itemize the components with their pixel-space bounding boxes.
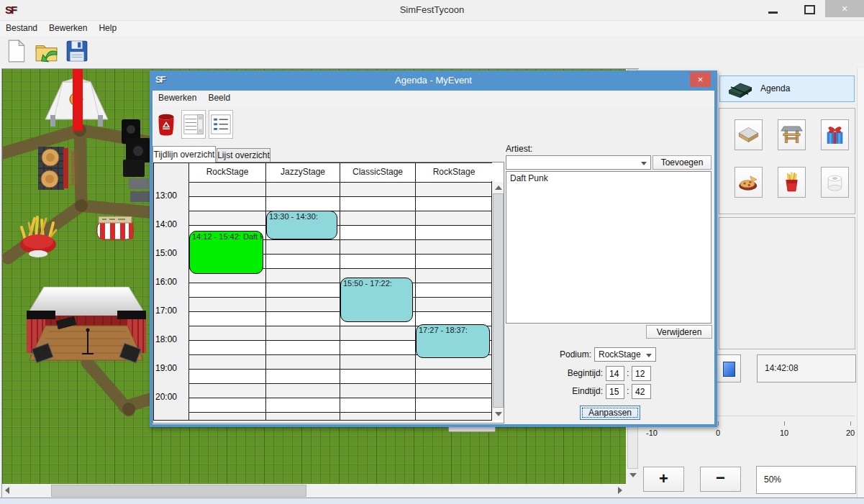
map-horizontal-scrollbar[interactable] xyxy=(2,484,626,498)
open-folder-icon[interactable] xyxy=(35,38,60,65)
toilet-roll-icon xyxy=(824,187,846,197)
build-items-panel xyxy=(719,108,855,214)
item-button-road-tile[interactable] xyxy=(735,119,763,150)
info-panel xyxy=(719,217,855,349)
agenda-button[interactable]: Agenda xyxy=(719,75,855,102)
road-tile-icon xyxy=(737,139,760,150)
apply-button[interactable]: Aanpassen xyxy=(580,406,640,420)
column-header-jazzystage: JazzyStage xyxy=(266,163,340,181)
grid-row xyxy=(188,412,492,420)
map-horizontal-scrollbar-thumb[interactable] xyxy=(51,485,306,497)
grid-line xyxy=(188,398,492,398)
grid-line xyxy=(188,182,492,183)
dialog-menubar: BewerkenBeeld xyxy=(153,91,714,107)
timeline-grid[interactable]: RockStageJazzyStageClassicStageRockStage… xyxy=(153,162,504,423)
barbecue-stand[interactable] xyxy=(34,147,78,191)
column-header-classicstage: ClassicStage xyxy=(340,163,415,181)
dialog-close-button[interactable]: × xyxy=(690,72,711,87)
end-minute-field[interactable] xyxy=(632,384,651,399)
event-label: 17:27 - 18:37: xyxy=(417,325,489,335)
minimize-button[interactable] xyxy=(768,12,778,14)
bullet-list-icon[interactable] xyxy=(209,110,233,139)
podium-label: Podium: xyxy=(534,349,591,359)
menu-item-bewerken[interactable]: Bewerken xyxy=(43,21,93,35)
dialog-menu-item-bewerken[interactable]: Bewerken xyxy=(153,91,202,105)
schedule-event[interactable]: 13:30 - 14:30: xyxy=(266,211,337,239)
main-stage[interactable] xyxy=(27,287,146,370)
scroll-down-icon[interactable] xyxy=(629,473,637,477)
new-document-icon[interactable] xyxy=(4,38,30,65)
agenda-dialog: Agenda - MyEvent SF × BewerkenBeeld xyxy=(150,70,717,427)
item-button-fries[interactable] xyxy=(778,167,806,198)
artist-combobox[interactable] xyxy=(506,155,651,170)
fries-icon xyxy=(781,187,803,197)
artist-listbox[interactable]: Daft Punk xyxy=(506,171,711,324)
dialog-titlebar[interactable]: Agenda - MyEvent xyxy=(150,70,717,91)
artist-list-item[interactable]: Daft Punk xyxy=(506,172,711,185)
item-button-toilet-roll[interactable] xyxy=(821,167,849,198)
scroll-right-icon[interactable] xyxy=(618,487,622,494)
time-label: 19:00 xyxy=(155,363,187,373)
pause-button[interactable] xyxy=(717,354,741,382)
app-logo-icon: SF xyxy=(5,4,16,16)
main-toolbar xyxy=(0,36,864,68)
grid-line xyxy=(188,225,492,226)
schedule-event[interactable]: 17:27 - 18:37: xyxy=(416,324,490,358)
schedule-event[interactable]: 15:50 - 17:22: xyxy=(340,278,413,321)
tab-list-overview[interactable]: Lijst overzicht xyxy=(217,148,270,162)
event-label: 15:50 - 17:22: xyxy=(341,278,412,288)
window-title: SimFestTycoon xyxy=(0,0,864,20)
slider-tick xyxy=(784,421,785,426)
scroll-down-icon[interactable] xyxy=(495,412,502,416)
begin-minute-field[interactable] xyxy=(632,366,651,381)
zoom-in-button[interactable]: + xyxy=(643,467,684,492)
speaker-stack[interactable] xyxy=(120,119,152,204)
end-hour-field[interactable] xyxy=(606,384,624,399)
zoom-level-field[interactable]: 50% xyxy=(756,466,856,494)
grid-border xyxy=(153,420,492,421)
time-label: 15:00 xyxy=(155,248,187,258)
item-button-gate[interactable] xyxy=(778,119,806,150)
maximize-button[interactable] xyxy=(804,5,815,14)
time-separator: : xyxy=(627,368,629,378)
dialog-menu-item-beeld[interactable]: Beeld xyxy=(202,91,236,105)
fries-stand[interactable] xyxy=(19,214,59,260)
zoom-out-button[interactable]: − xyxy=(700,467,741,492)
chevron-down-icon xyxy=(641,162,647,165)
menu-item-help[interactable]: Help xyxy=(93,21,122,35)
trash-icon[interactable] xyxy=(154,110,178,139)
column-header-rockstage: RockStage xyxy=(189,163,265,181)
market-stall[interactable] xyxy=(96,216,134,241)
agenda-button-label: Agenda xyxy=(760,83,790,93)
grid-row xyxy=(188,211,492,225)
gate-icon xyxy=(781,139,803,150)
remove-artist-button[interactable]: Verwijderen xyxy=(646,325,712,339)
begin-hour-field[interactable] xyxy=(606,366,624,381)
slider-tick-label: -10 xyxy=(640,429,664,437)
grid-scrollbar-thumb[interactable] xyxy=(493,193,504,408)
podium-combobox[interactable]: RockStage xyxy=(594,347,656,362)
grid-row xyxy=(188,369,492,383)
scroll-up-icon[interactable] xyxy=(495,185,502,190)
end-time-label: Eindtijd: xyxy=(532,386,603,396)
slider-tick-label: 10 xyxy=(772,429,796,437)
time-separator: : xyxy=(627,386,629,396)
list-panel-icon[interactable] xyxy=(181,110,206,139)
scroll-left-icon[interactable] xyxy=(5,487,9,494)
dialog-logo-icon: SF xyxy=(155,74,165,85)
schedule-event-selected[interactable]: 14:12 - 15:42: Daft Punk xyxy=(189,231,263,274)
close-button[interactable]: × xyxy=(825,0,864,17)
tab-timeline-overview[interactable]: Tijdlijn overzicht xyxy=(153,146,216,162)
add-artist-button[interactable]: Toevoegen xyxy=(652,155,711,170)
save-icon[interactable] xyxy=(65,38,91,65)
chevron-down-icon xyxy=(646,354,652,357)
grid-row xyxy=(188,398,492,412)
menu-item-bestand[interactable]: Bestand xyxy=(0,21,43,35)
grid-vertical-scrollbar[interactable] xyxy=(493,182,504,420)
item-button-gift[interactable] xyxy=(821,119,849,150)
event-label: 14:12 - 15:42: Daft Punk xyxy=(190,232,263,242)
pizza-icon xyxy=(737,187,760,197)
item-button-pizza[interactable] xyxy=(735,167,763,198)
clock-display: 14:42:08 xyxy=(757,354,856,382)
grid-line xyxy=(415,162,416,420)
